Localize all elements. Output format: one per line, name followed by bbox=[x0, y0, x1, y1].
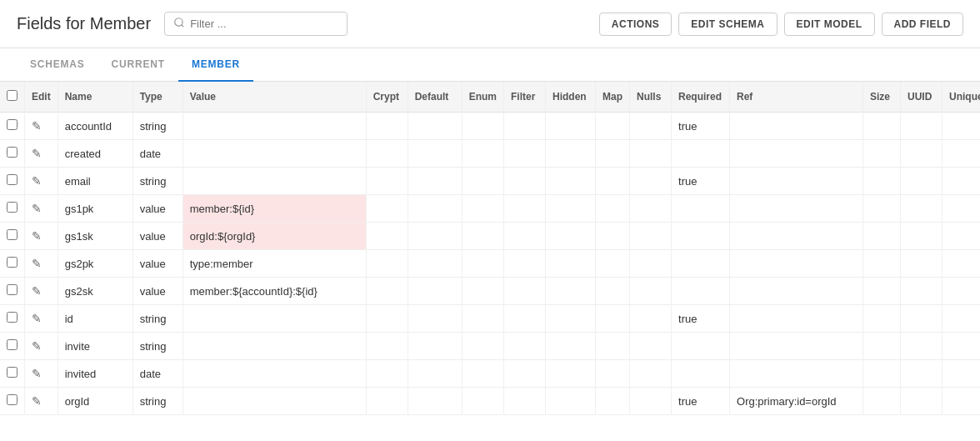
tab-current[interactable]: CURRENT bbox=[98, 48, 178, 82]
cell-value bbox=[182, 168, 366, 195]
edit-cell[interactable]: ✎ bbox=[25, 333, 58, 360]
cell-required bbox=[672, 278, 730, 305]
cell-type: value bbox=[132, 195, 182, 223]
edit-cell[interactable]: ✎ bbox=[25, 113, 58, 140]
cell-required: true bbox=[672, 113, 730, 140]
cell-filter bbox=[504, 388, 546, 415]
row-checkbox-cell bbox=[0, 388, 25, 415]
cell-default bbox=[408, 168, 462, 195]
header: Fields for Member ACTIONS EDIT SCHEMA ED… bbox=[0, 0, 980, 48]
edit-icon[interactable]: ✎ bbox=[32, 312, 42, 325]
edit-icon[interactable]: ✎ bbox=[32, 119, 42, 133]
th-checkbox bbox=[0, 82, 25, 113]
cell-name: invited bbox=[58, 360, 132, 388]
row-checkbox[interactable] bbox=[7, 284, 18, 295]
tabs: SCHEMAS CURRENT MEMBER bbox=[0, 48, 980, 82]
edit-icon[interactable]: ✎ bbox=[32, 229, 42, 243]
cell-map bbox=[596, 360, 630, 388]
cell-nulls bbox=[630, 250, 672, 278]
edit-cell[interactable]: ✎ bbox=[25, 168, 58, 195]
row-checkbox[interactable] bbox=[7, 147, 18, 158]
edit-cell[interactable]: ✎ bbox=[25, 195, 58, 223]
edit-icon[interactable]: ✎ bbox=[32, 339, 42, 353]
row-checkbox-cell bbox=[0, 223, 25, 250]
edit-icon[interactable]: ✎ bbox=[32, 284, 42, 298]
cell-hidden bbox=[546, 333, 596, 360]
select-all-checkbox[interactable] bbox=[7, 90, 18, 101]
actions-button[interactable]: ACTIONS bbox=[599, 13, 672, 36]
cell-filter bbox=[504, 168, 546, 195]
edit-icon[interactable]: ✎ bbox=[32, 202, 42, 215]
cell-map bbox=[596, 113, 630, 140]
edit-cell[interactable]: ✎ bbox=[25, 140, 58, 168]
row-checkbox[interactable] bbox=[7, 312, 18, 323]
cell-hidden bbox=[546, 223, 596, 250]
row-checkbox[interactable] bbox=[7, 119, 18, 130]
cell-uuid bbox=[901, 388, 942, 415]
add-field-button[interactable]: ADD FIELD bbox=[882, 13, 964, 36]
cell-type: string bbox=[132, 333, 182, 360]
edit-cell[interactable]: ✎ bbox=[25, 250, 58, 278]
row-checkbox[interactable] bbox=[7, 174, 18, 185]
cell-nulls bbox=[630, 140, 672, 168]
edit-icon[interactable]: ✎ bbox=[32, 257, 42, 270]
cell-nulls bbox=[630, 305, 672, 333]
filter-input[interactable] bbox=[190, 18, 338, 30]
cell-type: date bbox=[132, 140, 182, 168]
cell-size bbox=[863, 250, 901, 278]
edit-cell[interactable]: ✎ bbox=[25, 360, 58, 388]
table-wrap: Edit Name Type Value Crypt Default Enum … bbox=[0, 82, 980, 415]
cell-value bbox=[182, 113, 366, 140]
cell-default bbox=[408, 305, 462, 333]
edit-icon[interactable]: ✎ bbox=[32, 147, 42, 160]
tab-member[interactable]: MEMBER bbox=[178, 48, 253, 82]
table-row: ✎inviteddate bbox=[0, 360, 980, 388]
cell-uuid bbox=[901, 140, 942, 168]
cell-uuid bbox=[901, 305, 942, 333]
row-checkbox[interactable] bbox=[7, 339, 18, 350]
cell-filter bbox=[504, 113, 546, 140]
page-title: Fields for Member bbox=[17, 14, 151, 33]
row-checkbox-cell bbox=[0, 278, 25, 305]
cell-enum bbox=[462, 168, 503, 195]
btn-group: ACTIONS EDIT SCHEMA EDIT MODEL ADD FIELD bbox=[599, 13, 963, 36]
cell-filter bbox=[504, 333, 546, 360]
edit-schema-button[interactable]: EDIT SCHEMA bbox=[678, 13, 777, 36]
edit-model-button[interactable]: EDIT MODEL bbox=[784, 13, 875, 36]
row-checkbox[interactable] bbox=[7, 367, 18, 378]
cell-map bbox=[596, 250, 630, 278]
cell-unique bbox=[942, 195, 980, 223]
row-checkbox[interactable] bbox=[7, 257, 18, 268]
row-checkbox[interactable] bbox=[7, 229, 18, 240]
tab-schemas[interactable]: SCHEMAS bbox=[17, 48, 98, 82]
th-uuid: UUID bbox=[901, 82, 942, 113]
cell-crypt bbox=[366, 388, 408, 415]
edit-icon[interactable]: ✎ bbox=[32, 394, 42, 408]
th-filter: Filter bbox=[504, 82, 546, 113]
cell-size bbox=[863, 305, 901, 333]
cell-nulls bbox=[630, 360, 672, 388]
cell-value bbox=[182, 388, 366, 415]
edit-cell[interactable]: ✎ bbox=[25, 305, 58, 333]
cell-hidden bbox=[546, 168, 596, 195]
row-checkbox-cell bbox=[0, 195, 25, 223]
cell-type: string bbox=[132, 305, 182, 333]
row-checkbox[interactable] bbox=[7, 202, 18, 213]
edit-cell[interactable]: ✎ bbox=[25, 278, 58, 305]
cell-default bbox=[408, 250, 462, 278]
cell-ref bbox=[730, 250, 863, 278]
cell-ref bbox=[730, 223, 863, 250]
fields-table: Edit Name Type Value Crypt Default Enum … bbox=[0, 82, 980, 415]
table-row: ✎gs1skvalueorgId:${orgId} bbox=[0, 223, 980, 250]
edit-cell[interactable]: ✎ bbox=[25, 223, 58, 250]
row-checkbox[interactable] bbox=[7, 394, 18, 405]
edit-cell[interactable]: ✎ bbox=[25, 388, 58, 415]
cell-required bbox=[672, 250, 730, 278]
cell-value: orgId:${orgId} bbox=[182, 223, 366, 250]
cell-enum bbox=[462, 140, 503, 168]
cell-size bbox=[863, 195, 901, 223]
edit-icon[interactable]: ✎ bbox=[32, 174, 42, 188]
cell-name: created bbox=[58, 140, 132, 168]
edit-icon[interactable]: ✎ bbox=[32, 367, 42, 380]
th-type: Type bbox=[132, 82, 182, 113]
